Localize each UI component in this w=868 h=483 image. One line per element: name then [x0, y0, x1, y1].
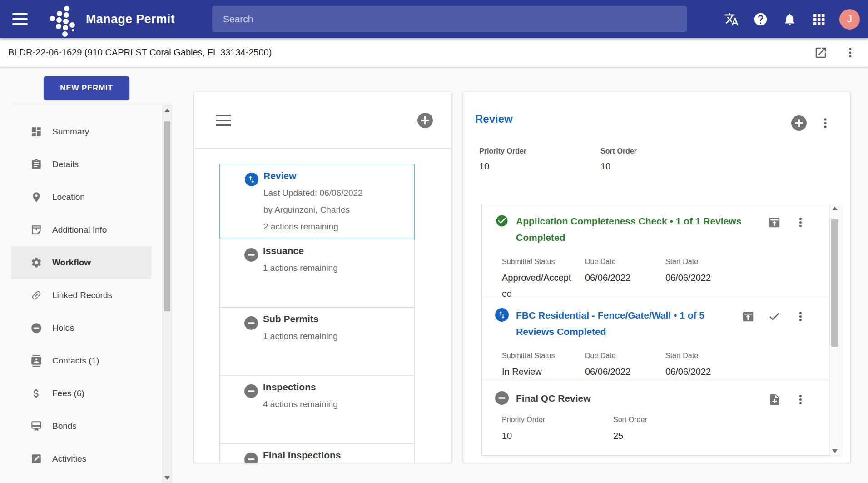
sidebar-item-contacts[interactable]: Contacts (1) [11, 344, 151, 377]
minus-circle-icon [244, 384, 258, 398]
app-logo [46, 5, 76, 33]
bell-icon [783, 12, 797, 26]
review-card-menu-button[interactable] [793, 309, 808, 324]
cards-scrollbar[interactable] [829, 204, 840, 456]
record-menu-button[interactable] [843, 45, 858, 60]
sidebar-nav: Summary Details Location Additional Info… [11, 115, 151, 475]
scrollbar-thumb[interactable] [164, 121, 170, 311]
user-avatar[interactable]: J [839, 9, 860, 30]
sidebar-item-location[interactable]: Location [11, 181, 151, 214]
sidebar-item-details[interactable]: Details [11, 148, 151, 181]
field-value: 25 [613, 428, 685, 444]
sidebar-item-label: Contacts (1) [52, 356, 99, 366]
field-label: Sort Order [613, 416, 685, 424]
priority-order-value: 10 [479, 161, 526, 172]
apps-grid-icon [812, 12, 826, 26]
sidebar-item-workflow[interactable]: Workflow [11, 246, 151, 279]
review-card-title: FBC Residential - Fence/Gate/Wall • 1 of… [516, 307, 734, 340]
kebab-icon [795, 311, 806, 322]
field-value: 06/06/2022 [585, 270, 657, 286]
app-title: Manage Permit [86, 12, 175, 26]
scroll-up-arrow[interactable] [163, 107, 172, 114]
workflow-step-issuance[interactable]: Issuance 1 actions remaining [219, 239, 415, 308]
kebab-icon [795, 394, 806, 405]
scroll-down-arrow[interactable] [830, 448, 840, 455]
kebab-icon [795, 217, 806, 228]
open-in-browser-icon [741, 309, 755, 323]
sidebar-item-activities[interactable]: Activities [11, 443, 151, 475]
content-area: NEW PERMIT Summary Details Location Addi… [0, 67, 868, 483]
workflow-step-sub-permits[interactable]: Sub Permits 1 actions remaining [219, 308, 415, 376]
dollar-icon [30, 388, 42, 399]
new-permit-button[interactable]: NEW PERMIT [44, 76, 129, 100]
sidebar-item-holds[interactable]: Holds [11, 312, 151, 344]
note-add-icon [768, 393, 781, 406]
sidebar-item-label: Activities [52, 454, 86, 464]
detail-menu-button[interactable] [818, 115, 833, 131]
sidebar-item-fees[interactable]: Fees (6) [11, 377, 151, 410]
workflow-panel-header [194, 92, 451, 149]
step-title: Inspections [263, 382, 414, 393]
reorder-list-icon[interactable] [216, 115, 231, 126]
sidebar-item-label: Workflow [52, 258, 91, 268]
field-label: Submittal Status [502, 258, 577, 266]
field-value: Approved/Accepted [502, 270, 575, 302]
search-input[interactable] [222, 13, 677, 25]
apps-grid-button[interactable] [810, 11, 827, 27]
approve-review-button[interactable] [766, 308, 783, 324]
record-header: BLDR-22-06-1629 (910 CAPRI ST Coral Gabl… [0, 38, 868, 67]
open-review-button[interactable] [766, 214, 783, 230]
edit-square-icon [30, 453, 42, 465]
scroll-down-arrow[interactable] [163, 474, 172, 482]
add-workflow-step-button[interactable] [417, 113, 433, 128]
clipboard-icon [30, 159, 42, 170]
translate-button[interactable] [723, 11, 739, 27]
review-card-menu-button[interactable] [793, 392, 808, 407]
sidebar-item-bonds[interactable]: Bonds [11, 410, 151, 443]
sidebar-item-label: Location [52, 192, 85, 202]
notifications-button[interactable] [781, 11, 798, 27]
step-actions-remaining: 1 actions remaining [263, 331, 414, 341]
add-note-button[interactable] [766, 391, 783, 408]
workflow-step-review[interactable]: Review Last Updated: 06/06/2022 by Argui… [219, 164, 415, 239]
review-card-menu-button[interactable] [793, 214, 808, 230]
field-label: Priority Order [502, 416, 577, 424]
open-review-button[interactable] [740, 308, 756, 324]
workflow-steps-panel: Review Last Updated: 06/06/2022 by Argui… [194, 92, 451, 463]
sort-order-label: Sort Order [600, 147, 637, 155]
field-value: 10 [502, 428, 575, 444]
scrollbar-thumb[interactable] [831, 219, 838, 347]
record-title: BLDR-22-06-1629 (910 CAPRI ST Coral Gabl… [8, 47, 272, 58]
field-label: Start Date [665, 352, 711, 360]
sidebar-item-label: Summary [52, 127, 89, 137]
sidebar-item-summary[interactable]: Summary [11, 115, 151, 148]
scroll-up-arrow[interactable] [830, 205, 840, 212]
menu-icon[interactable] [12, 13, 28, 25]
review-card-application-completeness: Application Completeness Check • 1 of 1 … [482, 204, 840, 298]
place-pin-icon [30, 191, 42, 203]
step-updated-by: by Arguinzoni, Charles [263, 205, 414, 215]
sidebar-item-additional-info[interactable]: Additional Info [11, 214, 151, 246]
sidebar-item-label: Details [52, 159, 79, 169]
step-title: Issuance [263, 245, 414, 256]
open-record-button[interactable] [813, 45, 829, 61]
kebab-icon [844, 47, 856, 59]
add-review-button[interactable] [791, 115, 807, 131]
field-value: 06/06/2022 [665, 364, 711, 380]
workflow-step-final-inspections[interactable]: Final Inspections [219, 444, 415, 463]
help-button[interactable] [752, 11, 769, 27]
swap-vertical-icon [495, 308, 509, 322]
help-icon [753, 12, 768, 27]
sidebar-scrollbar[interactable] [162, 105, 172, 483]
app-bar: Manage Permit J [0, 0, 868, 38]
search-box[interactable] [212, 6, 687, 32]
sidebar-item-label: Linked Records [52, 290, 112, 300]
field-value: 06/06/2022 [585, 364, 657, 380]
workflow-step-inspections[interactable]: Inspections 4 actions remaining [219, 376, 415, 444]
card-ribbon-icon [30, 420, 42, 432]
translate-icon [724, 12, 739, 27]
manage-permit-app: Manage Permit J BLDR-22-06-1629 (910 CAP… [0, 0, 868, 483]
sidebar-item-linked-records[interactable]: Linked Records [11, 279, 151, 312]
detail-title: Review [475, 113, 513, 125]
step-actions-remaining: 1 actions remaining [263, 263, 414, 273]
